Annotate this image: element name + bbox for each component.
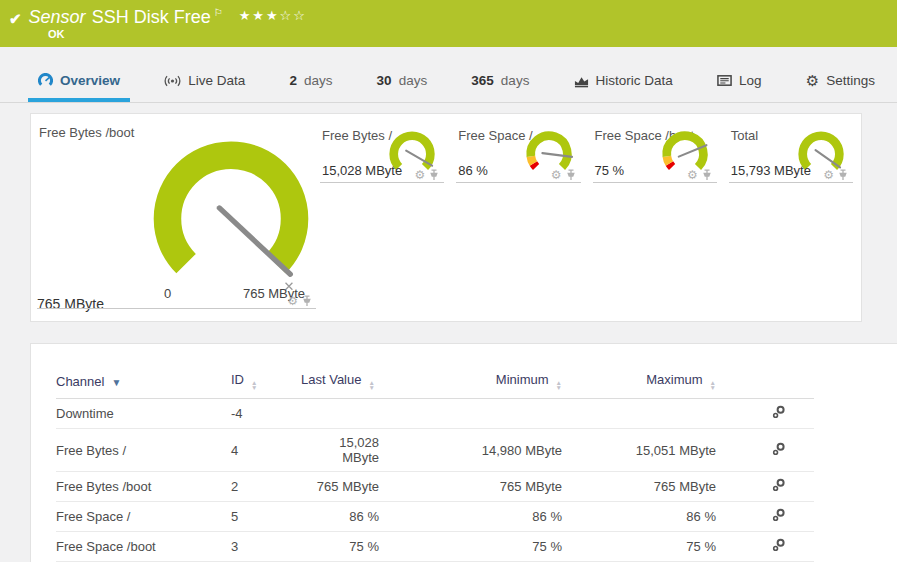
tab-historic-data[interactable]: Historic Data <box>564 63 683 102</box>
title-prefix: Sensor <box>29 7 86 27</box>
pin-icon[interactable] <box>566 169 576 181</box>
status-badge: OK <box>48 28 65 40</box>
overview-panel: Free Bytes /boot 0 765 MByte 765 MByte ⚙… <box>30 113 862 322</box>
pin-icon[interactable] <box>838 169 848 181</box>
gauge-settings-gear-icon[interactable]: ⚙ <box>287 295 298 307</box>
gauge-title: Free Bytes /boot <box>39 125 134 140</box>
pin-icon[interactable] <box>302 295 312 307</box>
tab-unit: days <box>304 73 333 88</box>
channel-table: Channel ID Last Value Minimum Maximum Do… <box>56 368 814 562</box>
sensor-status-header: ✔ SensorSSH Disk Free⚐ ★★★☆☆ OK <box>0 0 897 47</box>
channel-settings-icon[interactable] <box>772 508 786 522</box>
tab-365-days[interactable]: 365 days <box>461 63 539 102</box>
log-list-icon <box>717 74 732 87</box>
priority-stars[interactable]: ★★★☆☆ <box>239 8 307 23</box>
sort-icon <box>710 380 716 390</box>
pin-icon[interactable] <box>702 169 712 181</box>
tab-live-data[interactable]: Live Data <box>154 63 255 102</box>
tab-30-days[interactable]: 30 days <box>367 63 438 102</box>
sort-icon <box>251 380 257 390</box>
column-header-minimum[interactable]: Minimum <box>379 368 562 399</box>
channel-id: 3 <box>231 532 301 562</box>
divider <box>729 182 853 183</box>
channel-minimum: 86 % <box>379 502 562 532</box>
sort-icon <box>368 380 374 390</box>
sensor-name: SSH Disk Free <box>92 7 211 27</box>
channel-minimum: 14,980 MByte <box>379 429 562 472</box>
gauge-settings-gear-icon[interactable]: ⚙ <box>687 169 698 181</box>
tab-settings[interactable]: ⚙ Settings <box>796 63 885 102</box>
channel-name: Free Space / <box>56 502 231 532</box>
tab-2-days[interactable]: 2 days <box>279 63 342 102</box>
gauge-value: 765 MByte <box>37 296 104 312</box>
tab-label: Overview <box>60 73 120 88</box>
channel-minimum: 765 MByte <box>379 472 562 502</box>
tab-number: 2 <box>289 73 297 88</box>
channel-settings-icon[interactable] <box>772 538 786 552</box>
gauge-cell-free-space-root: Free Space / 86 % ⚙ <box>454 114 580 183</box>
channel-maximum: 86 % <box>562 502 716 532</box>
channel-minimum <box>379 399 562 429</box>
channel-minimum: 75 % <box>379 532 562 562</box>
tab-label: Live Data <box>188 73 245 88</box>
channel-maximum <box>562 399 716 429</box>
channel-settings-icon[interactable] <box>772 442 786 456</box>
column-header-maximum[interactable]: Maximum <box>562 368 716 399</box>
gear-icon: ⚙ <box>806 73 819 88</box>
channel-name: Free Bytes /boot <box>56 472 231 502</box>
gauge-value: 15,028 MByte <box>322 163 402 178</box>
channel-last-value: 86 % <box>301 502 379 532</box>
divider <box>456 182 580 183</box>
gauge-value: 15,793 MByte <box>731 163 811 178</box>
channel-maximum: 75 % <box>562 532 716 562</box>
tab-label: Settings <box>826 73 875 88</box>
status-ok-check-icon: ✔ <box>9 10 22 28</box>
gauge-settings-gear-icon[interactable]: ⚙ <box>551 169 562 181</box>
area-chart-icon <box>574 74 589 88</box>
page-title: SensorSSH Disk Free⚐ <box>29 7 223 28</box>
gauge-icon <box>38 73 53 88</box>
gauge-title: Free Bytes / <box>322 128 392 143</box>
channel-maximum: 765 MByte <box>562 472 716 502</box>
tab-number: 365 <box>471 73 494 88</box>
priority-flag-icon: ⚐ <box>214 7 223 18</box>
table-row: Downtime -4 <box>56 399 814 429</box>
channel-maximum: 15,051 MByte <box>562 429 716 472</box>
table-row: Free Bytes /boot 2 765 MByte 765 MByte 7… <box>56 472 814 502</box>
column-header-channel[interactable]: Channel <box>56 368 231 399</box>
channel-last-value: 765 MByte <box>301 472 379 502</box>
gauge-cell-free-bytes-root: Free Bytes / 15,028 MByte ⚙ <box>318 114 444 183</box>
divider <box>320 182 444 183</box>
channel-table-panel: Channel ID Last Value Minimum Maximum Do… <box>30 343 897 562</box>
channel-id: 4 <box>231 429 301 472</box>
channel-name: Downtime <box>56 399 231 429</box>
gauge-cell-free-bytes-boot: Free Bytes /boot 0 765 MByte 765 MByte ⚙ <box>31 114 316 321</box>
tab-bar: Overview Live Data 2 days 30 days 365 da… <box>0 63 897 103</box>
channel-last-value: 15,028 MByte <box>301 429 379 472</box>
channel-id: 2 <box>231 472 301 502</box>
channel-settings-icon[interactable] <box>772 405 786 419</box>
tab-number: 30 <box>377 73 392 88</box>
table-row: Free Space /boot 3 75 % 75 % 75 % <box>56 532 814 562</box>
column-header-id[interactable]: ID <box>231 368 301 399</box>
channel-last-value <box>301 399 379 429</box>
tab-label: Historic Data <box>596 73 673 88</box>
gauge-scale-min: 0 <box>164 286 171 301</box>
gauge-settings-gear-icon[interactable]: ⚙ <box>414 169 425 181</box>
channel-settings-icon[interactable] <box>772 478 786 492</box>
gauge-title: Total <box>731 128 758 143</box>
tab-unit: days <box>399 73 428 88</box>
table-row: Free Bytes / 4 15,028 MByte 14,980 MByte… <box>56 429 814 472</box>
gauge-settings-gear-icon[interactable]: ⚙ <box>823 169 834 181</box>
gauge-value: 75 % <box>595 163 625 178</box>
divider <box>37 308 316 309</box>
tab-log[interactable]: Log <box>707 63 772 102</box>
tab-unit: days <box>501 73 530 88</box>
column-header-last-value[interactable]: Last Value <box>301 368 379 399</box>
pin-icon[interactable] <box>429 169 439 181</box>
channel-name: Free Space /boot <box>56 532 231 562</box>
gauge-cell-free-space-boot: Free Space /boot 75 % ⚙ <box>591 114 717 183</box>
live-data-icon <box>164 74 181 88</box>
tab-label: Log <box>739 73 762 88</box>
tab-overview[interactable]: Overview <box>28 63 130 102</box>
